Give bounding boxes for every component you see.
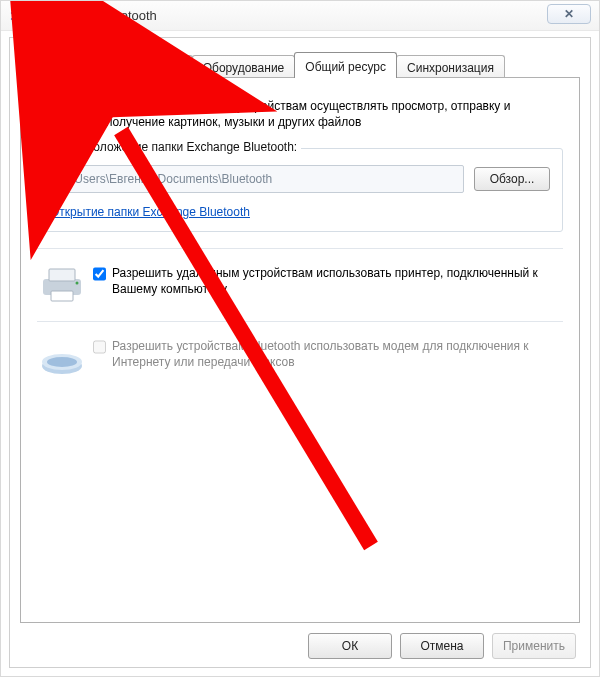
open-exchange-folder-link[interactable]: Открытие папки Exchange Bluetooth [50, 205, 250, 219]
tab-panel: Разрешить удаленным устройствам осуществ… [20, 77, 580, 623]
client-area: Параметры COM-порты Оборудование Общий р… [9, 37, 591, 668]
tab-sync[interactable]: Синхронизация [396, 55, 505, 79]
bluetooth-icon [7, 8, 23, 24]
ok-button[interactable]: ОК [308, 633, 392, 659]
allow-remote-row: Разрешить удаленным устройствам осуществ… [87, 98, 563, 130]
separator [37, 248, 563, 249]
browse-button[interactable]: Обзор... [474, 167, 550, 191]
allow-printer-row: Разрешить удаленным устройствам использо… [93, 265, 563, 297]
allow-modem-checkbox [93, 340, 106, 354]
tab-params[interactable]: Параметры [20, 55, 106, 79]
exchange-folder-path: C:\Users\Евгений\Documents\Bluetooth [50, 165, 464, 193]
modem-icon [37, 338, 87, 378]
cancel-button[interactable]: Отмена [400, 633, 484, 659]
allow-printer-label: Разрешить удаленным устройствам использо… [112, 265, 563, 297]
tab-strip: Параметры COM-порты Оборудование Общий р… [20, 50, 580, 78]
title-bar: Параметры Bluetooth ✕ [1, 1, 599, 31]
svg-point-3 [76, 282, 79, 285]
tab-hardware[interactable]: Оборудование [192, 55, 296, 79]
close-icon: ✕ [564, 7, 574, 21]
printer-icon [37, 265, 87, 305]
exchange-folder-title: Местоположение папки Exchange Bluetooth: [48, 140, 301, 154]
allow-printer-checkbox[interactable] [93, 267, 106, 281]
folder-share-icon [37, 98, 79, 140]
apply-button: Применить [492, 633, 576, 659]
exchange-folder-group: Местоположение папки Exchange Bluetooth:… [37, 148, 563, 232]
action-bar: ОК Отмена Применить [10, 633, 590, 659]
close-button[interactable]: ✕ [547, 4, 591, 24]
svg-point-6 [47, 357, 77, 367]
allow-modem-label: Разрешить устройствам Bluetooth использо… [112, 338, 563, 370]
svg-rect-2 [51, 291, 73, 301]
tab-com-ports[interactable]: COM-порты [105, 55, 193, 79]
separator-2 [37, 321, 563, 322]
allow-remote-label: Разрешить удаленным устройствам осуществ… [106, 98, 563, 130]
svg-rect-1 [49, 269, 75, 281]
window-title: Параметры Bluetooth [29, 8, 157, 23]
tab-shared-resource[interactable]: Общий ресурс [294, 52, 397, 78]
allow-modem-row: Разрешить устройствам Bluetooth использо… [93, 338, 563, 370]
allow-remote-checkbox[interactable] [87, 100, 100, 114]
